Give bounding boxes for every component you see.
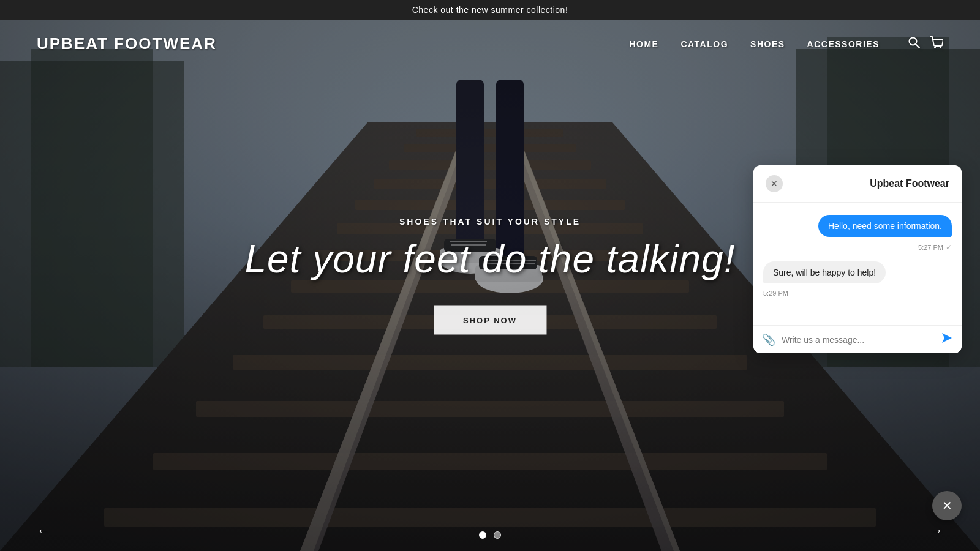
chat-body: Hello, need some information. 5:27 PM ✓ …	[753, 203, 962, 325]
nav-icon-group	[908, 36, 943, 51]
svg-line-38	[916, 44, 919, 48]
hero-content: SHOES THAT SUIT YOUR STYLE Let your feet…	[244, 217, 735, 335]
chat-header: ✕ Upbeat Footwear	[753, 165, 962, 203]
main-nav: HOME CATALOG SHOES ACCESSORIES	[629, 36, 943, 51]
chat-message-received: Sure, will be happy to help!	[763, 261, 886, 283]
search-button[interactable]	[908, 36, 920, 51]
chat-attach-button[interactable]: 📎	[762, 333, 775, 347]
cart-button[interactable]	[930, 36, 943, 51]
chat-message-sent-time: 5:27 PM ✓	[918, 243, 952, 252]
announcement-text: Check out the new summer collection!	[412, 5, 568, 15]
svg-point-39	[934, 47, 936, 48]
carousel-next-button[interactable]: →	[930, 523, 943, 539]
chat-message-input[interactable]	[782, 335, 935, 345]
chat-widget: ✕ Upbeat Footwear Hello, need some infor…	[753, 165, 962, 353]
header: UPBEAT FOOTWEAR HOME CATALOG SHOES ACCES…	[0, 22, 980, 66]
nav-home[interactable]: HOME	[629, 39, 658, 49]
chat-message-sent: Hello, need some information.	[818, 215, 952, 237]
carousel-dot-2[interactable]	[494, 531, 501, 539]
announcement-bar: Check out the new summer collection!	[0, 0, 980, 20]
chat-send-button[interactable]	[941, 332, 953, 347]
svg-point-40	[940, 47, 941, 48]
shop-now-button[interactable]: SHOP NOW	[434, 306, 546, 335]
nav-shoes[interactable]: SHOES	[750, 39, 785, 49]
cart-icon	[930, 36, 943, 48]
message-check-icon: ✓	[946, 243, 952, 252]
chat-footer: 📎	[753, 325, 962, 353]
chat-message-received-time: 5:29 PM	[763, 290, 788, 297]
close-float-button[interactable]: ✕	[932, 491, 962, 520]
search-icon	[908, 36, 920, 48]
chat-title: Upbeat Footwear	[870, 178, 949, 189]
hero-subtitle: SHOES THAT SUIT YOUR STYLE	[244, 217, 735, 227]
chat-close-button[interactable]: ✕	[766, 175, 783, 192]
send-icon	[941, 332, 953, 344]
nav-catalog[interactable]: CATALOG	[680, 39, 728, 49]
carousel-dot-1[interactable]	[479, 531, 486, 539]
hero-title: Let your feet do the talking!	[244, 236, 735, 282]
nav-accessories[interactable]: ACCESSORIES	[807, 39, 880, 49]
site-logo[interactable]: UPBEAT FOOTWEAR	[37, 34, 217, 53]
svg-marker-41	[942, 333, 952, 343]
carousel-prev-button[interactable]: ←	[37, 523, 50, 539]
carousel-dots	[479, 531, 501, 539]
